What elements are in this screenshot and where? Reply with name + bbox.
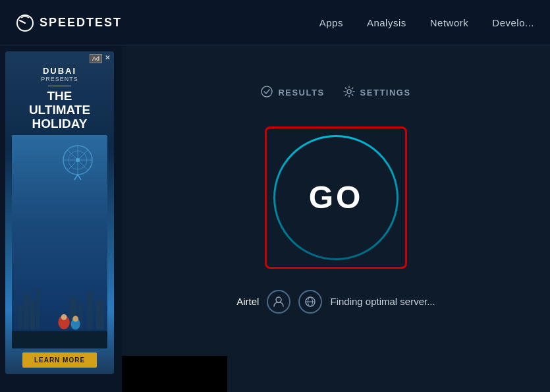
nav-develop[interactable]: Develo... [492, 17, 534, 28]
ad-title: THE ULTIMATE HOLIDAY [29, 90, 90, 131]
ad-sidebar: Ad ✕ DUBAI PRESENTS THE ULTIMATE HOLIDAY [0, 46, 122, 392]
go-button-wrapper: GO [265, 126, 407, 269]
nav-apps[interactable]: Apps [319, 17, 343, 28]
ad-top-bar: Ad ✕ [5, 51, 114, 66]
finding-server-text: Finding optimal server... [330, 296, 435, 307]
ad-box: Ad ✕ DUBAI PRESENTS THE ULTIMATE HOLIDAY [5, 51, 114, 374]
isp-name: Airtel [236, 296, 259, 307]
center-content: RESULTS SETTINGS GO Airtel [122, 46, 550, 392]
nav-network[interactable]: Network [430, 17, 469, 28]
tab-settings-label: SETTINGS [360, 88, 411, 98]
ad-city-text: DUBAI PRESENTS THE ULTIMATE HOLIDAY [29, 66, 90, 131]
ad-close-icon[interactable]: ✕ [105, 54, 110, 63]
tab-results-label: RESULTS [278, 88, 324, 98]
ad-badge: Ad [90, 54, 102, 63]
svg-line-9 [78, 175, 81, 180]
ad-image [12, 135, 107, 349]
svg-point-20 [61, 314, 67, 320]
svg-point-24 [347, 90, 351, 94]
ad-learn-more-button[interactable]: LEARN MORE [22, 352, 97, 368]
bottom-info: Airtel Finding optimal server... [236, 290, 435, 314]
globe-icon [298, 290, 322, 314]
logo[interactable]: SPEEDTEST [16, 14, 122, 32]
svg-rect-18 [12, 331, 107, 349]
svg-point-25 [276, 297, 281, 302]
svg-point-23 [261, 86, 272, 97]
ad-city: DUBAI [29, 66, 90, 76]
svg-point-7 [76, 158, 80, 162]
user-icon [267, 290, 290, 314]
results-check-icon [261, 86, 273, 100]
nav-analysis[interactable]: Analysis [367, 17, 406, 28]
speedtest-logo-icon [16, 14, 34, 32]
svg-line-8 [74, 175, 78, 180]
tabs-bar: RESULTS SETTINGS [261, 86, 410, 100]
main-content: Ad ✕ DUBAI PRESENTS THE ULTIMATE HOLIDAY [0, 46, 550, 392]
svg-point-22 [72, 316, 78, 322]
ferris-wheel-icon [58, 142, 97, 181]
black-box-overlay [122, 356, 227, 392]
go-label: GO [309, 179, 364, 215]
ad-presents: PRESENTS [29, 76, 90, 82]
go-button[interactable]: GO [273, 135, 399, 260]
logo-text: SPEEDTEST [40, 16, 122, 30]
people-icon [12, 314, 107, 349]
main-nav: Apps Analysis Network Develo... [319, 17, 534, 28]
settings-gear-icon [343, 86, 355, 100]
tab-results[interactable]: RESULTS [261, 86, 324, 100]
ad-content: DUBAI PRESENTS THE ULTIMATE HOLIDAY [5, 66, 114, 374]
tab-settings[interactable]: SETTINGS [343, 86, 411, 100]
header: SPEEDTEST Apps Analysis Network Develo..… [0, 0, 550, 46]
